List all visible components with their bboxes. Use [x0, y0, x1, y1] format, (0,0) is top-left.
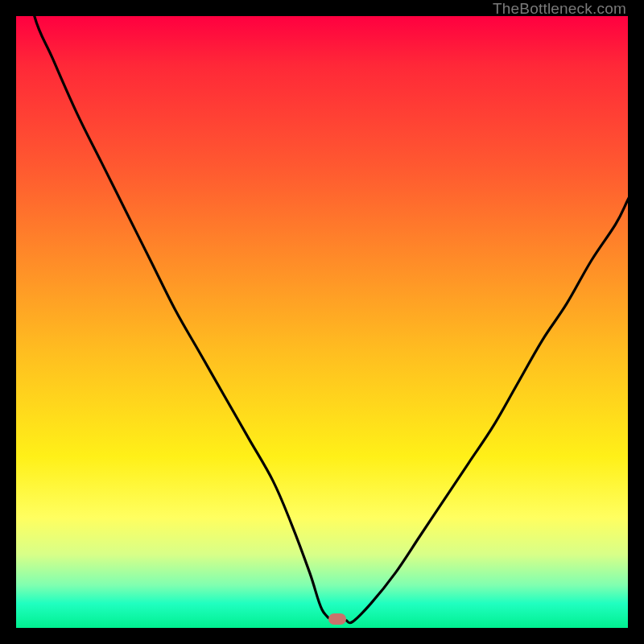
- chart-frame: TheBottleneck.com: [0, 0, 644, 644]
- bottleneck-curve: [16, 16, 628, 628]
- optimum-marker: [328, 613, 346, 625]
- watermark-label: TheBottleneck.com: [493, 0, 626, 18]
- curve-left-segment: [25, 16, 337, 622]
- curve-right-segment: [346, 185, 628, 623]
